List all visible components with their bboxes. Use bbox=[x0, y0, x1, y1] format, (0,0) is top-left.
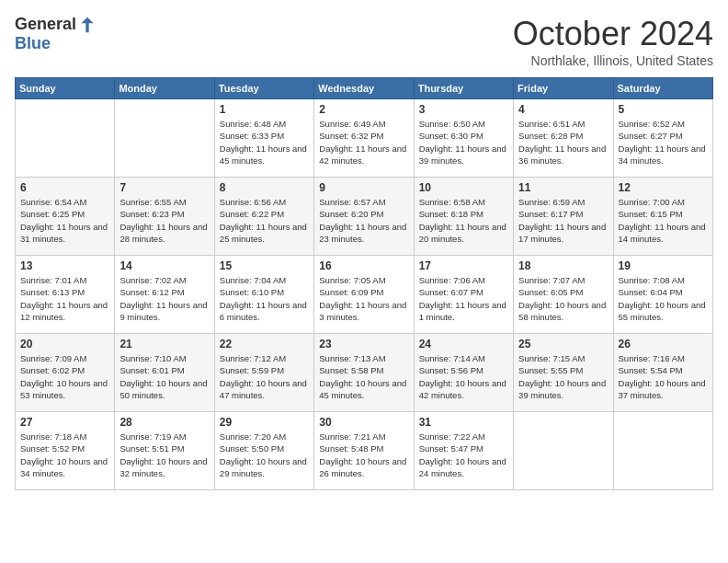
day-info: Sunrise: 7:22 AM Sunset: 5:47 PM Dayligh… bbox=[419, 431, 508, 479]
day-info: Sunrise: 7:06 AM Sunset: 6:07 PM Dayligh… bbox=[419, 274, 508, 323]
day-info: Sunrise: 7:00 AM Sunset: 6:15 PM Dayligh… bbox=[619, 196, 708, 245]
calendar-header-saturday: Saturday bbox=[613, 78, 712, 99]
day-info: Sunrise: 7:14 AM Sunset: 5:56 PM Dayligh… bbox=[419, 352, 508, 401]
day-info: Sunrise: 6:51 AM Sunset: 6:28 PM Dayligh… bbox=[518, 118, 608, 167]
day-info: Sunrise: 6:55 AM Sunset: 6:23 PM Dayligh… bbox=[119, 196, 209, 245]
calendar-header-thursday: Thursday bbox=[414, 78, 513, 99]
calendar-cell: 28Sunrise: 7:19 AM Sunset: 5:51 PM Dayli… bbox=[115, 412, 214, 490]
calendar-cell: 7Sunrise: 6:55 AM Sunset: 6:23 PM Daylig… bbox=[115, 178, 214, 256]
calendar-cell: 31Sunrise: 7:22 AM Sunset: 5:47 PM Dayli… bbox=[414, 412, 513, 490]
day-number: 13 bbox=[20, 259, 109, 272]
day-number: 28 bbox=[119, 416, 209, 429]
day-info: Sunrise: 7:07 AM Sunset: 6:05 PM Dayligh… bbox=[518, 274, 608, 323]
calendar-header-tuesday: Tuesday bbox=[214, 78, 313, 99]
calendar-cell: 22Sunrise: 7:12 AM Sunset: 5:59 PM Dayli… bbox=[214, 334, 313, 412]
calendar-header-row: SundayMondayTuesdayWednesdayThursdayFrid… bbox=[16, 78, 713, 99]
day-number: 9 bbox=[319, 181, 408, 194]
day-number: 30 bbox=[319, 416, 408, 429]
calendar-week-5: 27Sunrise: 7:18 AM Sunset: 5:52 PM Dayli… bbox=[16, 412, 713, 490]
page-header: General Blue October 2024 Northlake, Ill… bbox=[15, 15, 713, 68]
day-number: 14 bbox=[119, 259, 209, 272]
logo: General Blue bbox=[15, 15, 97, 53]
day-number: 19 bbox=[619, 259, 708, 272]
day-number: 7 bbox=[119, 181, 209, 194]
title-block: October 2024 Northlake, Illinois, United… bbox=[513, 15, 713, 68]
day-info: Sunrise: 6:49 AM Sunset: 6:32 PM Dayligh… bbox=[319, 118, 408, 167]
day-number: 24 bbox=[419, 338, 508, 350]
calendar-cell: 29Sunrise: 7:20 AM Sunset: 5:50 PM Dayli… bbox=[214, 412, 313, 490]
calendar-cell: 25Sunrise: 7:15 AM Sunset: 5:55 PM Dayli… bbox=[514, 334, 613, 412]
day-number: 10 bbox=[419, 181, 508, 194]
day-info: Sunrise: 7:16 AM Sunset: 5:54 PM Dayligh… bbox=[619, 352, 708, 401]
calendar-cell: 6Sunrise: 6:54 AM Sunset: 6:25 PM Daylig… bbox=[16, 178, 115, 256]
calendar-week-2: 6Sunrise: 6:54 AM Sunset: 6:25 PM Daylig… bbox=[16, 178, 713, 256]
calendar-cell: 8Sunrise: 6:56 AM Sunset: 6:22 PM Daylig… bbox=[214, 178, 313, 256]
day-number: 6 bbox=[20, 181, 109, 194]
day-number: 2 bbox=[319, 103, 408, 116]
logo-blue-text: Blue bbox=[15, 34, 51, 53]
day-info: Sunrise: 7:12 AM Sunset: 5:59 PM Dayligh… bbox=[220, 352, 309, 401]
logo-general-text: General bbox=[15, 15, 76, 34]
calendar-header-friday: Friday bbox=[514, 78, 613, 99]
calendar-cell bbox=[16, 99, 115, 178]
day-info: Sunrise: 7:05 AM Sunset: 6:09 PM Dayligh… bbox=[319, 274, 408, 323]
calendar-cell: 20Sunrise: 7:09 AM Sunset: 6:02 PM Dayli… bbox=[16, 334, 115, 412]
calendar-cell: 15Sunrise: 7:04 AM Sunset: 6:10 PM Dayli… bbox=[214, 256, 313, 334]
calendar-cell: 4Sunrise: 6:51 AM Sunset: 6:28 PM Daylig… bbox=[514, 99, 613, 178]
day-info: Sunrise: 7:02 AM Sunset: 6:12 PM Dayligh… bbox=[119, 274, 209, 323]
day-info: Sunrise: 7:04 AM Sunset: 6:10 PM Dayligh… bbox=[220, 274, 309, 323]
day-number: 17 bbox=[419, 259, 508, 272]
calendar-cell bbox=[115, 99, 214, 178]
calendar-cell: 3Sunrise: 6:50 AM Sunset: 6:30 PM Daylig… bbox=[414, 99, 513, 178]
calendar-cell: 24Sunrise: 7:14 AM Sunset: 5:56 PM Dayli… bbox=[414, 334, 513, 412]
calendar-cell: 12Sunrise: 7:00 AM Sunset: 6:15 PM Dayli… bbox=[613, 178, 712, 256]
calendar-cell bbox=[514, 412, 613, 490]
day-info: Sunrise: 6:54 AM Sunset: 6:25 PM Dayligh… bbox=[20, 196, 109, 245]
day-info: Sunrise: 7:21 AM Sunset: 5:48 PM Dayligh… bbox=[319, 431, 408, 479]
day-info: Sunrise: 7:15 AM Sunset: 5:55 PM Dayligh… bbox=[518, 352, 608, 401]
day-number: 16 bbox=[319, 259, 408, 272]
calendar-header-monday: Monday bbox=[115, 78, 214, 99]
day-number: 15 bbox=[220, 259, 309, 272]
calendar-cell: 17Sunrise: 7:06 AM Sunset: 6:07 PM Dayli… bbox=[414, 256, 513, 334]
day-number: 27 bbox=[20, 416, 109, 429]
day-info: Sunrise: 6:48 AM Sunset: 6:33 PM Dayligh… bbox=[220, 118, 309, 167]
day-number: 18 bbox=[518, 259, 608, 272]
day-info: Sunrise: 6:56 AM Sunset: 6:22 PM Dayligh… bbox=[220, 196, 309, 245]
day-number: 12 bbox=[619, 181, 708, 194]
calendar-cell: 30Sunrise: 7:21 AM Sunset: 5:48 PM Dayli… bbox=[314, 412, 414, 490]
calendar-cell: 21Sunrise: 7:10 AM Sunset: 6:01 PM Dayli… bbox=[115, 334, 214, 412]
day-info: Sunrise: 7:13 AM Sunset: 5:58 PM Dayligh… bbox=[319, 352, 408, 401]
calendar-week-4: 20Sunrise: 7:09 AM Sunset: 6:02 PM Dayli… bbox=[16, 334, 713, 412]
calendar-cell: 11Sunrise: 6:59 AM Sunset: 6:17 PM Dayli… bbox=[514, 178, 613, 256]
day-number: 29 bbox=[220, 416, 309, 429]
calendar-cell: 26Sunrise: 7:16 AM Sunset: 5:54 PM Dayli… bbox=[613, 334, 712, 412]
day-number: 8 bbox=[220, 181, 309, 194]
day-info: Sunrise: 6:52 AM Sunset: 6:27 PM Dayligh… bbox=[619, 118, 708, 167]
day-number: 1 bbox=[220, 103, 309, 116]
location-text: Northlake, Illinois, United States bbox=[513, 53, 713, 68]
day-number: 3 bbox=[419, 103, 508, 116]
day-number: 5 bbox=[619, 103, 708, 116]
logo-icon bbox=[78, 16, 97, 34]
day-info: Sunrise: 7:10 AM Sunset: 6:01 PM Dayligh… bbox=[119, 352, 209, 401]
calendar-table: SundayMondayTuesdayWednesdayThursdayFrid… bbox=[15, 77, 713, 490]
day-number: 23 bbox=[319, 338, 408, 350]
day-info: Sunrise: 6:50 AM Sunset: 6:30 PM Dayligh… bbox=[419, 118, 508, 167]
calendar-cell: 27Sunrise: 7:18 AM Sunset: 5:52 PM Dayli… bbox=[16, 412, 115, 490]
day-info: Sunrise: 6:58 AM Sunset: 6:18 PM Dayligh… bbox=[419, 196, 508, 245]
day-info: Sunrise: 7:18 AM Sunset: 5:52 PM Dayligh… bbox=[20, 431, 109, 479]
day-number: 21 bbox=[119, 338, 209, 350]
calendar-cell bbox=[613, 412, 712, 490]
day-number: 25 bbox=[518, 338, 608, 350]
calendar-cell: 5Sunrise: 6:52 AM Sunset: 6:27 PM Daylig… bbox=[613, 99, 712, 178]
calendar-cell: 23Sunrise: 7:13 AM Sunset: 5:58 PM Dayli… bbox=[314, 334, 414, 412]
day-info: Sunrise: 7:09 AM Sunset: 6:02 PM Dayligh… bbox=[20, 352, 109, 401]
day-number: 31 bbox=[419, 416, 508, 429]
day-info: Sunrise: 7:01 AM Sunset: 6:13 PM Dayligh… bbox=[20, 274, 109, 323]
calendar-week-1: 1Sunrise: 6:48 AM Sunset: 6:33 PM Daylig… bbox=[16, 99, 713, 178]
calendar-cell: 19Sunrise: 7:08 AM Sunset: 6:04 PM Dayli… bbox=[613, 256, 712, 334]
calendar-week-3: 13Sunrise: 7:01 AM Sunset: 6:13 PM Dayli… bbox=[16, 256, 713, 334]
day-info: Sunrise: 7:20 AM Sunset: 5:50 PM Dayligh… bbox=[220, 431, 309, 479]
day-number: 26 bbox=[619, 338, 708, 350]
